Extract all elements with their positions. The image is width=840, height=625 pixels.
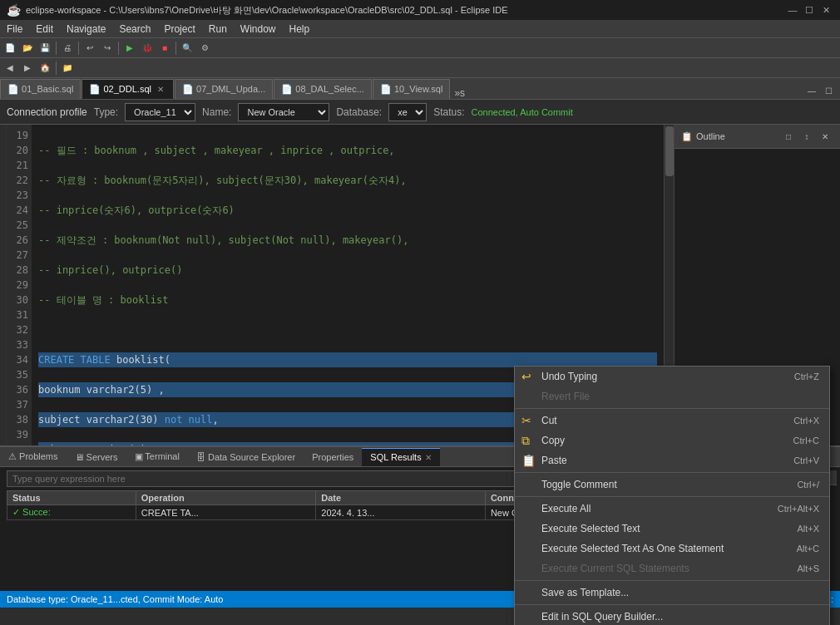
cm-execute-selected[interactable]: Execute Selected Text Alt+X — [515, 519, 829, 539]
tab-02-ddl[interactable]: 📄 02_DDL.sql ✕ — [82, 79, 174, 99]
tab-label: 📄 08_DAL_Selec... — [281, 84, 364, 95]
tab-minimize-button[interactable]: — — [803, 82, 820, 99]
home-button[interactable]: 🏠 — [37, 60, 53, 76]
menu-file[interactable]: File — [0, 22, 29, 37]
btab-properties[interactable]: Properties — [304, 448, 362, 466]
tab-bar-right: — ☐ — [803, 82, 840, 99]
menu-window[interactable]: Window — [234, 22, 283, 37]
context-menu: ↩ Undo Typing Ctrl+Z Revert File ✂ Cut C… — [514, 366, 830, 625]
cm-sep2 — [515, 472, 829, 473]
title-bar: ☕ eclipse-workspace - C:\Users\ibns7\One… — [0, 0, 840, 20]
menu-run[interactable]: Run — [202, 22, 234, 37]
cm-save-template[interactable]: Save as Template... — [515, 583, 829, 603]
toolbar-separator4 — [175, 42, 176, 55]
scrollbar-thumb[interactable] — [665, 126, 674, 176]
cm-undo-typing[interactable]: ↩ Undo Typing Ctrl+Z — [515, 367, 829, 386]
search-toolbar-button[interactable]: 🔍 — [179, 40, 195, 57]
database-select[interactable]: xe — [388, 103, 427, 121]
tab-bar: 📄 01_Basic.sql 📄 02_DDL.sql ✕ 📄 07_DML_U… — [0, 78, 840, 100]
cm-copy-label: Copy — [541, 435, 793, 446]
status-value: Connected, Auto Commit — [472, 107, 573, 117]
cm-execute-current-shortcut: Alt+S — [797, 563, 819, 573]
run-button[interactable]: ▶ — [121, 40, 138, 57]
code-line — [38, 322, 657, 337]
cm-execute-current: Execute Current SQL Statements Alt+S — [515, 559, 829, 578]
back-button[interactable]: ◀ — [2, 60, 18, 76]
btab-properties-label: Properties — [312, 452, 353, 462]
outline-collapse-button[interactable]: □ — [780, 128, 797, 145]
maximize-button[interactable]: ☐ — [802, 2, 817, 17]
btab-datasource[interactable]: 🗄 Data Source Explorer — [188, 448, 304, 466]
type-label: Type: — [94, 106, 118, 118]
btab-problems[interactable]: ⚠ Problems — [0, 448, 67, 466]
status-db: Database type: Oracle_11...cted, Commit … — [7, 594, 223, 604]
save-button[interactable]: 💾 — [37, 40, 53, 57]
type-select[interactable]: Oracle_11 — [125, 103, 195, 121]
minimize-button[interactable]: — — [785, 2, 800, 17]
tab-07-dml[interactable]: 📄 07_DML_Upda... — [175, 79, 273, 99]
outline-icon: 📋 — [681, 131, 693, 142]
tab-overflow[interactable]: »s — [451, 87, 468, 99]
status-label: Status: — [433, 106, 464, 118]
cm-toggle-comment[interactable]: Toggle Comment Ctrl+/ — [515, 475, 829, 495]
cm-execute-selected-shortcut: Alt+X — [797, 524, 819, 534]
close-button[interactable]: ✕ — [818, 2, 833, 17]
menu-search[interactable]: Search — [112, 22, 157, 37]
settings-button[interactable]: ⚙ — [196, 40, 213, 57]
tab-08-dal[interactable]: 📄 08_DAL_Selec... — [274, 79, 372, 99]
toolbar2-sep — [56, 62, 57, 75]
tab-10-view[interactable]: 📄 10_View.sql — [373, 79, 451, 99]
tab-label-active: 📄 02_DDL.sql — [89, 84, 151, 95]
tab-01-basic[interactable]: 📄 01_Basic.sql — [0, 79, 81, 99]
cell-status: ✓ Succe: — [7, 505, 136, 520]
cm-paste-label: Paste — [541, 455, 793, 466]
cm-execute-selected-one[interactable]: Execute Selected Text As One Statement A… — [515, 539, 829, 559]
cm-undo-label: Undo Typing — [541, 371, 794, 382]
btab-servers[interactable]: 🖥 Servers — [67, 448, 126, 466]
btab-close-icon[interactable]: ✕ — [425, 453, 432, 462]
col-status: Status — [7, 491, 136, 505]
menu-edit[interactable]: Edit — [29, 22, 60, 37]
connection-profile-label: Connection profile — [7, 106, 87, 118]
cm-copy[interactable]: ⧉ Copy Ctrl+C — [515, 431, 829, 450]
menu-help[interactable]: Help — [283, 22, 317, 37]
tab-maximize-button[interactable]: ☐ — [820, 82, 837, 99]
outline-sort-button[interactable]: ↕ — [798, 128, 815, 145]
cm-edit-query-builder[interactable]: Edit in SQL Query Builder... — [515, 607, 829, 625]
cm-paste[interactable]: 📋 Paste Ctrl+V — [515, 450, 829, 470]
menu-navigate[interactable]: Navigate — [60, 22, 112, 37]
cm-sep3 — [515, 496, 829, 497]
cm-execute-selected-label: Execute Selected Text — [541, 523, 797, 534]
btab-terminal[interactable]: ▣ Terminal — [126, 448, 188, 466]
outline-close-button[interactable]: ✕ — [817, 128, 833, 145]
forward-button[interactable]: ▶ — [19, 60, 36, 76]
stop-button[interactable]: ■ — [156, 40, 173, 57]
cm-execute-all-label: Execute All — [541, 503, 778, 514]
redo-button[interactable]: ↪ — [99, 40, 116, 57]
print-button[interactable]: 🖨 — [59, 40, 76, 57]
paste-icon: 📋 — [521, 454, 536, 467]
undo-button[interactable]: ↩ — [82, 40, 98, 57]
cm-execute-all[interactable]: Execute All Ctrl+Alt+X — [515, 499, 829, 519]
name-select[interactable]: New Oracle — [238, 103, 329, 121]
title-bar-left: ☕ eclipse-workspace - C:\Users\ibns7\One… — [7, 3, 508, 17]
menu-project[interactable]: Project — [157, 22, 201, 37]
name-label: Name: — [202, 106, 231, 118]
cm-cut[interactable]: ✂ Cut Ctrl+X — [515, 411, 829, 431]
outline-title: Outline — [696, 131, 725, 141]
cm-toggle-comment-label: Toggle Comment — [541, 479, 797, 490]
code-line: -- inprice(숫자6), outprice(숫자6) — [38, 203, 657, 218]
btab-sqlresults[interactable]: SQL Results ✕ — [362, 448, 439, 466]
title-bar-controls[interactable]: — ☐ ✕ — [785, 2, 833, 17]
cm-revert-label: Revert File — [541, 391, 819, 402]
debug-button[interactable]: 🐞 — [139, 40, 156, 57]
open-button[interactable]: 📂 — [19, 40, 36, 57]
cut-icon: ✂ — [521, 414, 531, 427]
new-button[interactable]: 📄 — [2, 40, 18, 57]
tab-label: 📄 10_View.sql — [380, 84, 443, 95]
explorer-button[interactable]: 📁 — [59, 60, 76, 76]
tab-close-button[interactable]: ✕ — [155, 83, 166, 95]
code-line: -- 제약조건 : booknum(Not null), subject(Not… — [38, 233, 657, 248]
window-title: eclipse-workspace - C:\Users\ibns7\OneDr… — [26, 4, 508, 17]
toolbar-separator3 — [118, 42, 119, 55]
